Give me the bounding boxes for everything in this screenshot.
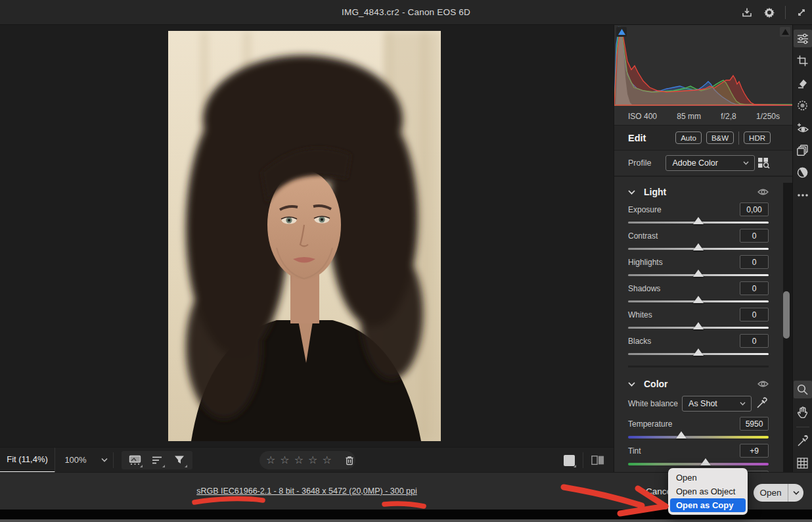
color-visibility-eye-icon[interactable]: [757, 380, 769, 388]
sample-eyedropper-icon[interactable]: [794, 432, 812, 450]
fullscreen-icon[interactable]: [795, 6, 808, 19]
chevron-down-icon: [628, 382, 635, 387]
color-section-header[interactable]: Color: [628, 379, 769, 389]
white-balance-row: White balance As Shot: [628, 396, 769, 412]
camera-raw-dialog: IMG_4843.cr2 - Canon EOS 6D: [0, 0, 812, 522]
footer-divider: [113, 452, 114, 468]
grid-overlay-icon[interactable]: [794, 454, 812, 472]
slider-thumb[interactable]: [700, 458, 711, 465]
canvas-footer-toolbar: Fit (11,4%) 100%: [0, 447, 614, 472]
star-icon[interactable]: ☆: [308, 455, 317, 465]
white-balance-dropdown[interactable]: As Shot: [682, 396, 752, 412]
star-icon[interactable]: ☆: [280, 455, 289, 465]
open-dropdown-chevron-icon[interactable]: [788, 490, 803, 495]
highlight-clipping-indicator[interactable]: [780, 27, 790, 37]
light-section-header[interactable]: Light: [628, 187, 769, 197]
title-bar: IMG_4843.cr2 - Canon EOS 6D: [0, 0, 812, 25]
profile-row: Profile Adobe Color: [614, 151, 793, 177]
zoom-100-button[interactable]: 100%: [55, 455, 96, 465]
crop-tool-icon[interactable]: [794, 52, 812, 70]
red-eye-tool-icon[interactable]: [794, 119, 812, 137]
color-section-title: Color: [644, 379, 757, 389]
menu-item-open-as-object[interactable]: Open as Object: [670, 485, 746, 498]
zoom-dropdown-chevron-icon[interactable]: [101, 458, 108, 462]
panel-scrollbar[interactable]: [783, 291, 790, 339]
refine-circle-icon[interactable]: [794, 164, 812, 181]
bottom-edge-line: [0, 519, 812, 522]
exposure-value-field[interactable]: 0,00: [740, 202, 769, 216]
before-after-view-icon[interactable]: [591, 454, 604, 467]
edit-panel-title: Edit: [628, 133, 675, 143]
contrast-slider: Contrast 0: [628, 229, 769, 250]
trash-icon[interactable]: [345, 454, 354, 467]
bw-button[interactable]: B&W: [706, 131, 734, 144]
star-icon[interactable]: ☆: [266, 455, 275, 465]
preview-toggle-icon[interactable]: [564, 455, 575, 466]
zoom-tool-icon[interactable]: [794, 381, 812, 398]
save-image-icon[interactable]: [740, 6, 754, 19]
hdr-button[interactable]: HDR: [744, 131, 771, 144]
light-section-title: Light: [644, 187, 757, 197]
healing-tool-icon[interactable]: [794, 74, 812, 92]
window-title: IMG_4843.cr2 - Canon EOS 6D: [342, 7, 470, 17]
presets-icon[interactable]: [794, 141, 812, 159]
profile-label: Profile: [628, 158, 651, 168]
slider-thumb[interactable]: [693, 243, 704, 250]
image-format-link[interactable]: sRGB IEC61966-2.1 - 8 bit - 3648 x 5472 …: [0, 486, 614, 496]
slider-thumb[interactable]: [693, 296, 704, 303]
hand-tool-icon[interactable]: [794, 403, 812, 421]
exposure-slider: Exposure 0,00: [628, 202, 769, 224]
menu-item-open[interactable]: Open: [670, 471, 746, 485]
sort-order-icon[interactable]: [150, 454, 164, 467]
star-icon[interactable]: ☆: [294, 455, 304, 465]
star-icon[interactable]: ☆: [322, 455, 331, 465]
slider-thumb[interactable]: [676, 431, 687, 439]
profile-dropdown[interactable]: Adobe Color: [665, 155, 755, 171]
shadows-value-field[interactable]: 0: [740, 281, 769, 295]
white-balance-eyedropper-icon[interactable]: [756, 397, 769, 410]
rating-pill: ☆☆☆☆☆: [259, 451, 355, 469]
edit-side-panel: ISO 400 85 mm f/2,8 1/250s Edit Auto B&W…: [614, 25, 792, 472]
tool-rail: [792, 25, 812, 472]
shutter-speed-value: 1/250s: [756, 112, 780, 121]
temperature-slider: Temperature 5950: [628, 417, 769, 439]
view-mode-icon[interactable]: [128, 454, 141, 467]
open-button[interactable]: Open: [754, 484, 803, 502]
focal-length-value: 85 mm: [677, 112, 701, 121]
histogram: [614, 25, 793, 107]
tint-value-field[interactable]: +9: [740, 444, 769, 458]
tint-slider: Tint +9: [628, 444, 769, 465]
edit-header-row: Edit Auto B&W HDR: [614, 126, 793, 151]
footer-divider-2: [583, 452, 583, 468]
slider-thumb[interactable]: [693, 217, 704, 224]
shadow-clipping-indicator[interactable]: [616, 27, 627, 37]
slider-thumb[interactable]: [693, 270, 704, 277]
whites-value-field[interactable]: 0: [740, 308, 769, 321]
capture-info-row: ISO 400 85 mm f/2,8 1/250s: [614, 107, 793, 126]
masking-tool-icon[interactable]: [794, 97, 812, 114]
filter-icon[interactable]: [173, 454, 186, 467]
whites-slider: Whites 0: [628, 308, 769, 329]
settings-gear-icon[interactable]: [763, 6, 776, 19]
blacks-value-field[interactable]: 0: [740, 334, 769, 348]
menu-item-open-as-copy[interactable]: Open as Copy: [670, 498, 746, 512]
photo-preview: [168, 31, 441, 441]
contrast-value-field[interactable]: 0: [740, 229, 769, 243]
image-canvas[interactable]: Fit (11,4%) 100%: [0, 25, 614, 472]
slider-thumb[interactable]: [693, 322, 704, 329]
edit-tool-icon[interactable]: [794, 30, 812, 47]
more-options-icon[interactable]: [794, 186, 812, 204]
star-rating[interactable]: ☆☆☆☆☆: [266, 455, 332, 465]
iso-value: ISO 400: [628, 112, 657, 121]
shadows-slider: Shadows 0: [628, 281, 769, 302]
rail-divider: [796, 427, 809, 427]
light-visibility-eye-icon[interactable]: [757, 188, 769, 196]
auto-button[interactable]: Auto: [675, 131, 702, 144]
fit-zoom-tab[interactable]: Fit (11,4%): [0, 448, 55, 473]
highlights-value-field[interactable]: 0: [740, 255, 769, 269]
slider-thumb[interactable]: [693, 348, 704, 356]
temperature-value-field[interactable]: 5950: [740, 417, 769, 431]
chevron-down-icon: [628, 190, 635, 195]
profile-browser-icon[interactable]: [757, 156, 771, 170]
open-options-menu: Open Open as Object Open as Copy: [668, 468, 748, 515]
